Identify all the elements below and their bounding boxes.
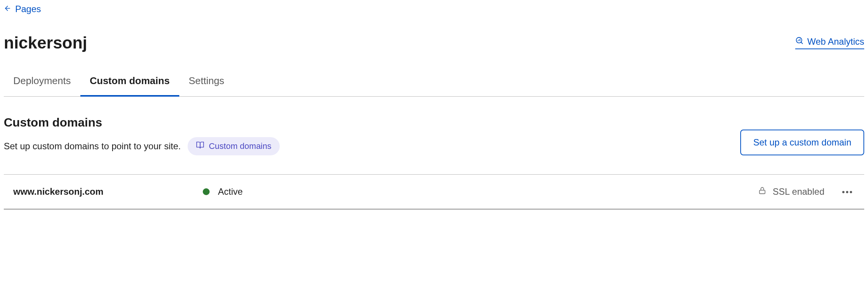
status-group: Active [203, 186, 758, 197]
header-row: nickersonj Web Analytics [4, 33, 864, 52]
svg-point-4 [842, 191, 844, 193]
more-actions-button[interactable] [840, 186, 855, 197]
section-desc-row: Set up custom domains to point to your s… [4, 137, 280, 155]
svg-point-5 [846, 191, 848, 193]
book-icon [196, 141, 204, 152]
tab-settings[interactable]: Settings [179, 75, 234, 96]
ssl-text: SSL enabled [772, 186, 824, 197]
table-row: www.nickersonj.com Active SSL enabled [4, 174, 864, 210]
breadcrumb-link[interactable]: Pages [15, 4, 41, 14]
help-pill-label: Custom domains [209, 141, 271, 151]
domain-name: www.nickersonj.com [13, 186, 203, 197]
section-title: Custom domains [4, 116, 280, 130]
section-header: Custom domains Set up custom domains to … [4, 116, 864, 155]
help-pill-custom-domains[interactable]: Custom domains [188, 137, 280, 155]
status-dot-icon [203, 188, 210, 195]
back-arrow-icon [4, 5, 11, 14]
svg-line-2 [801, 42, 802, 44]
tab-deployments[interactable]: Deployments [4, 75, 80, 96]
web-analytics-link[interactable]: Web Analytics [795, 36, 864, 49]
page-title: nickersonj [4, 33, 87, 52]
tabs: Deployments Custom domains Settings [4, 75, 864, 97]
setup-custom-domain-button[interactable]: Set up a custom domain [740, 130, 864, 155]
lock-icon [758, 186, 766, 197]
web-analytics-label: Web Analytics [807, 36, 864, 47]
ssl-group: SSL enabled [758, 186, 824, 197]
status-text: Active [218, 186, 243, 197]
svg-point-6 [850, 191, 852, 193]
section-left: Custom domains Set up custom domains to … [4, 116, 280, 155]
analytics-icon [795, 36, 804, 47]
section-description: Set up custom domains to point to your s… [4, 141, 181, 152]
tab-custom-domains[interactable]: Custom domains [80, 75, 179, 96]
breadcrumb[interactable]: Pages [4, 4, 864, 14]
more-horizontal-icon [842, 188, 852, 195]
svg-rect-3 [760, 190, 765, 194]
